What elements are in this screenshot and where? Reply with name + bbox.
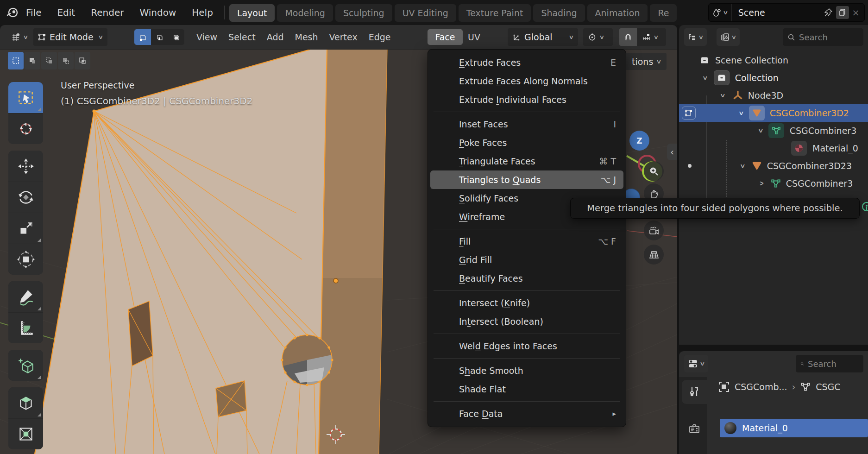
tab-tool-properties[interactable] — [682, 380, 707, 404]
chevron-down-icon[interactable]: ∨ — [702, 75, 708, 81]
menu-item-triangulate-faces[interactable]: Triangulate Faces ⌘ T — [430, 152, 623, 170]
move-tool[interactable] — [8, 151, 43, 182]
chevron-down-icon[interactable]: ∨ — [720, 92, 726, 99]
face-select-mode-button[interactable] — [168, 29, 184, 45]
tab-animation[interactable]: Animation — [587, 4, 648, 22]
tab-modeling[interactable]: Modeling — [277, 4, 333, 22]
menu-item-poke-faces[interactable]: Poke Faces — [430, 133, 623, 152]
chevron-down-icon[interactable]: ∨ — [740, 163, 746, 169]
select-mode-intersect-button[interactable] — [75, 52, 90, 69]
tab-layout[interactable]: Layout — [229, 4, 275, 22]
outliner-row-mesh-data[interactable]: ∨ CSGCombiner3 — [679, 122, 868, 139]
menu-item-triangles-to-quads[interactable]: Triangles to Quads ⌥ J — [430, 170, 623, 189]
new-scene-button[interactable] — [836, 6, 849, 19]
menu-face-active[interactable]: Face — [428, 29, 463, 45]
properties-search[interactable] — [796, 355, 863, 372]
tab-sculpting[interactable]: Sculpting — [335, 4, 392, 22]
outliner-row-material-0[interactable]: Material_0 — [679, 139, 868, 157]
outliner-row-collection[interactable]: ∨ Collection — [679, 69, 868, 87]
tab-render-properties[interactable] — [682, 417, 707, 441]
menu-help[interactable]: Help — [192, 7, 213, 18]
chevron-down-icon[interactable]: ∨ — [758, 127, 764, 134]
outliner-row-csgcombiner3-child[interactable]: ∨ CSGCombiner3 — [679, 175, 868, 192]
tab-shading[interactable]: Shading — [533, 4, 585, 22]
rotate-tool[interactable] — [8, 182, 43, 213]
properties-search-input[interactable] — [808, 359, 859, 369]
pin-icon[interactable] — [823, 7, 833, 18]
vertex-select-mode-button[interactable] — [134, 29, 151, 45]
measure-tool[interactable] — [8, 312, 43, 343]
select-mode-invert-button[interactable] — [58, 52, 74, 69]
select-mode-extend-button[interactable] — [25, 52, 40, 69]
menu-item-intersect-boolean[interactable]: Intersect (Boolean) — [430, 312, 623, 331]
outliner-row-node3d[interactable]: ∨ Node3D — [679, 87, 868, 104]
menu-item-intersect-knife[interactable]: Intersect (Knife) — [430, 294, 623, 312]
menu-window[interactable]: Window — [139, 7, 176, 18]
outliner-display-mode-dropdown[interactable]: ∨ — [684, 28, 707, 46]
pivot-point-dropdown[interactable]: ∨ — [583, 28, 613, 46]
add-primitive-tool[interactable] — [8, 350, 43, 381]
editor-horizontal-divider[interactable] — [677, 345, 868, 351]
menu-vertex[interactable]: Vertex — [329, 32, 358, 42]
outliner-row-csgcombiner3d23[interactable]: ∨ CSGCombiner3D23 — [679, 157, 868, 175]
select-mode-new-button[interactable] — [8, 52, 24, 69]
menu-file[interactable]: File — [26, 7, 41, 18]
camera-view-button[interactable] — [644, 221, 664, 240]
menu-select[interactable]: Select — [228, 32, 256, 42]
outliner-search[interactable] — [783, 28, 863, 46]
snap-target-dropdown[interactable]: ∨ — [637, 28, 666, 46]
menu-mesh[interactable]: Mesh — [295, 32, 318, 42]
unlink-scene-button[interactable]: × — [852, 7, 860, 18]
cursor-tool[interactable] — [8, 113, 43, 144]
menu-item-extrude-individual-faces[interactable]: Extrude Individual Faces — [430, 90, 623, 109]
inset-faces-tool[interactable] — [8, 418, 43, 449]
menu-item-inset-faces[interactable]: Inset Faces I — [430, 115, 623, 133]
scene-browse-button[interactable]: ∨ — [709, 4, 732, 21]
menu-edit[interactable]: Edit — [57, 7, 75, 18]
tab-output-properties[interactable] — [682, 448, 707, 454]
scale-tool[interactable] — [8, 213, 43, 244]
properties-editor-dropdown[interactable]: ∨ — [684, 355, 708, 372]
menu-item-extrude-faces-along-normals[interactable]: Extrude Faces Along Normals — [430, 72, 623, 90]
select-mode-subtract-button[interactable] — [41, 52, 57, 69]
outliner-row-csgcombiner3d2[interactable]: ∨ CSGCombiner3D2 — [679, 104, 868, 122]
outliner-search-input[interactable] — [799, 32, 850, 42]
menu-item-fill[interactable]: Fill ⌥ F — [430, 232, 623, 251]
material-slot-active[interactable]: Material_0 — [720, 419, 868, 437]
menu-item-grid-fill[interactable]: Grid Fill — [430, 251, 623, 269]
menu-item-shade-smooth[interactable]: Shade Smooth — [430, 361, 623, 380]
menu-item-beautify-faces[interactable]: Beautify Faces — [430, 269, 623, 288]
menu-add[interactable]: Add — [267, 32, 284, 42]
edge-select-mode-button[interactable] — [151, 29, 168, 45]
sidebar-collapse-button[interactable]: ‹ — [667, 144, 677, 160]
menu-view[interactable]: View — [196, 32, 217, 42]
menu-item-shade-flat[interactable]: Shade Flat — [430, 380, 623, 398]
snap-toggle-button[interactable] — [619, 28, 637, 46]
chevron-right-icon[interactable]: ∨ — [758, 180, 765, 186]
mode-dropdown[interactable]: Edit Mode ∨ — [33, 28, 107, 46]
tab-texture-paint[interactable]: Texture Paint — [459, 4, 531, 22]
outliner-filter-dropdown[interactable]: ∨ — [717, 28, 740, 46]
tab-uv-editing[interactable]: UV Editing — [395, 4, 456, 22]
menu-item-face-data[interactable]: Face Data ▸ — [430, 404, 623, 423]
extrude-region-tool[interactable] — [8, 387, 43, 418]
tab-rendering-clipped[interactable]: Re — [650, 4, 677, 22]
transform-orientation-dropdown[interactable]: Global ∨ — [508, 28, 578, 46]
zoom-button[interactable] — [644, 161, 664, 181]
editor-type-button[interactable]: ∨ — [6, 28, 32, 46]
transform-tool[interactable] — [8, 244, 43, 275]
breadcrumb-object-name[interactable]: CSGComb... — [735, 382, 787, 392]
gizmo-z-axis[interactable]: Z — [629, 131, 649, 151]
annotate-tool[interactable] — [8, 281, 43, 312]
breadcrumb-mesh-name[interactable]: CSGC — [816, 382, 840, 392]
menu-item-weld-edges-into-faces[interactable]: Weld Edges into Faces — [430, 337, 623, 355]
menu-render[interactable]: Render — [91, 7, 124, 18]
menu-item-extrude-faces[interactable]: Extrude Faces E — [430, 53, 623, 72]
options-dropdown-clipped[interactable]: tions ∨ — [626, 53, 667, 70]
menu-uv[interactable]: UV — [468, 28, 480, 46]
outliner-row-scene-collection[interactable]: Scene Collection — [679, 51, 868, 69]
select-box-tool[interactable] — [8, 82, 43, 113]
menu-edge[interactable]: Edge — [369, 32, 391, 42]
toggle-grid-button[interactable] — [644, 245, 664, 265]
chevron-down-icon[interactable]: ∨ — [738, 110, 744, 116]
